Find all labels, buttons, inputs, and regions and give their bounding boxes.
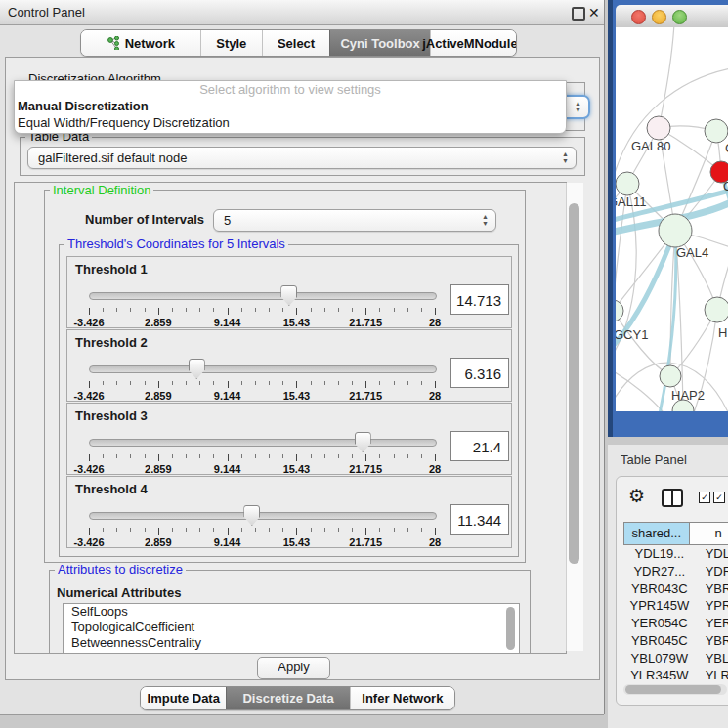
tick-label: 28	[429, 317, 441, 328]
slider-thumb[interactable]	[189, 359, 205, 379]
cell-name[interactable]: YPR1	[696, 597, 728, 615]
network-node-gal4[interactable]	[659, 214, 692, 247]
zoom-traffic-light-icon[interactable]	[672, 10, 687, 24]
cell-name[interactable]: YDR2	[696, 563, 728, 580]
tick-mark	[365, 308, 366, 315]
cell-name[interactable]: YBL0	[696, 650, 728, 667]
tab-discretize-data[interactable]: Discretize Data	[226, 687, 349, 709]
tick-label: -3.426	[73, 536, 104, 548]
vertical-scrollbar-thumb[interactable]	[569, 203, 579, 564]
attribute-list-item[interactable]: SelfLoops	[64, 604, 519, 620]
tick-mark	[394, 308, 395, 312]
number-of-intervals-select[interactable]: 5 ▲▼	[213, 209, 496, 232]
table-row[interactable]: YBR045CYBR0	[623, 632, 728, 650]
table-data-select[interactable]: galFiltered.sif default node ▲▼	[27, 147, 577, 169]
algorithm-option-placeholder[interactable]: Select algorithm to view settings	[15, 81, 566, 98]
attribute-list-item[interactable]: TopologicalCoefficient	[64, 620, 519, 635]
bottom-tab-bar: Impute Data Discretize Data Infer Networ…	[140, 686, 455, 710]
horizontal-scrollbar-thumb[interactable]	[625, 685, 721, 694]
cell-shared-name[interactable]: YBR043C	[623, 580, 696, 598]
network-node-gal80[interactable]	[647, 116, 670, 140]
checkbox-icon[interactable]: ✓	[713, 492, 725, 503]
column-header-name[interactable]: n	[690, 523, 728, 544]
slider-thumb[interactable]	[280, 285, 297, 306]
threshold-value-field[interactable]: 14.713	[450, 284, 509, 315]
table-row[interactable]: YER054CYER0	[623, 615, 728, 632]
apply-button[interactable]: Apply	[257, 657, 330, 679]
cell-shared-name[interactable]: YDL19...	[623, 545, 696, 563]
horizontal-scrollbar[interactable]	[623, 684, 727, 695]
list-scrollbar-thumb[interactable]	[506, 607, 515, 650]
tab-network[interactable]: Network	[81, 30, 200, 56]
slider-track[interactable]	[89, 512, 437, 520]
algorithm-option-equal-width[interactable]: Equal Width/Frequency Discretization	[15, 114, 566, 131]
tick-label: 21.715	[349, 536, 382, 548]
threshold-label: Threshold 3	[75, 408, 148, 423]
slider-track[interactable]	[89, 439, 437, 447]
threshold-value-field[interactable]: 11.344	[450, 504, 509, 535]
tick-label: 28	[429, 390, 441, 402]
close-traffic-light-icon[interactable]	[631, 10, 646, 24]
cell-name[interactable]: YDL1	[696, 545, 728, 563]
tab-style[interactable]: Style	[200, 30, 262, 56]
threshold-value-field[interactable]: 21.4	[450, 431, 509, 461]
cell-shared-name[interactable]: YLR345W	[623, 667, 696, 679]
stepper-arrows-icon: ▲▼	[562, 150, 569, 164]
network-node-hap2[interactable]	[660, 365, 681, 387]
table-header-row: shared... n	[623, 522, 728, 545]
cell-name[interactable]: YBR0	[696, 632, 728, 650]
network-node-ga[interactable]	[705, 119, 728, 143]
slider-thumb[interactable]	[355, 432, 371, 452]
numerical-attributes-list[interactable]: SelfLoopsTopologicalCoefficientBetweenne…	[63, 603, 520, 654]
cell-shared-name[interactable]: YER054C	[623, 615, 696, 632]
column-header-shared-name[interactable]: shared...	[623, 523, 690, 544]
slider-track[interactable]	[89, 292, 437, 300]
tick-mark	[103, 381, 104, 385]
cell-shared-name[interactable]: YBR045C	[623, 632, 696, 650]
network-graph: GAL80GACGAL11GAL4GCY1HHAP2	[616, 27, 728, 411]
tick-label: 15.43	[283, 463, 311, 475]
close-icon[interactable]: ✕	[588, 4, 600, 21]
algorithm-option-manual[interactable]: Manual Discretization	[15, 98, 566, 114]
tab-infer-network[interactable]: Infer Network	[350, 687, 454, 709]
table-row[interactable]: YDR27...YDR2	[623, 563, 728, 580]
table-row[interactable]: YBR043CYBR0	[623, 580, 728, 598]
network-node-h[interactable]	[705, 297, 728, 322]
network-node-label: GAL4	[676, 245, 708, 260]
undock-icon[interactable]	[572, 7, 585, 21]
table-row[interactable]: YLR345WYLR3	[623, 667, 728, 679]
table-panel-title: Table Panel	[621, 452, 687, 467]
tick-mark	[89, 308, 90, 315]
tick-mark	[407, 454, 408, 458]
table-row[interactable]: YDL19...YDL1	[623, 545, 728, 563]
network-node-gal11[interactable]	[616, 172, 639, 195]
network-node-gcy1[interactable]	[616, 300, 623, 321]
slider-track[interactable]	[89, 365, 437, 373]
table-row[interactable]: YPR145WYPR1	[623, 597, 728, 615]
tick-mark	[89, 528, 90, 535]
minimize-traffic-light-icon[interactable]	[652, 10, 666, 24]
cell-shared-name[interactable]: YPR145W	[623, 597, 696, 615]
cell-name[interactable]: YLR3	[696, 667, 728, 679]
tick-mark	[282, 381, 283, 385]
tab-impute-data[interactable]: Impute Data	[141, 687, 226, 709]
network-window-titlebar[interactable]	[616, 5, 728, 28]
cell-shared-name[interactable]: YDR27...	[623, 563, 696, 580]
threshold-label: Threshold 4	[75, 482, 148, 496]
tick-mark	[89, 454, 90, 461]
tick-mark	[435, 308, 436, 315]
tab-select[interactable]: Select	[262, 30, 329, 56]
network-canvas[interactable]: GAL80GACGAL11GAL4GCY1HHAP2	[616, 27, 728, 411]
checkbox-icon[interactable]: ✓	[699, 492, 710, 503]
cell-name[interactable]: YBR0	[696, 580, 728, 598]
attribute-list-item[interactable]: BetweennessCentrality	[64, 635, 519, 651]
gear-icon[interactable]: ⚙	[628, 485, 645, 507]
cell-name[interactable]: YER0	[696, 615, 728, 632]
tab-jactivemnodules[interactable]: jActiveMNodules	[430, 30, 516, 56]
tab-cyni-toolbox[interactable]: Cyni Toolbox	[329, 30, 430, 56]
table-row[interactable]: YBL079WYBL0	[623, 650, 728, 667]
slider-thumb[interactable]	[243, 505, 260, 526]
threshold-value-field[interactable]: 6.316	[450, 358, 509, 388]
cell-shared-name[interactable]: YBL079W	[623, 650, 696, 667]
columns-icon[interactable]	[662, 489, 683, 507]
